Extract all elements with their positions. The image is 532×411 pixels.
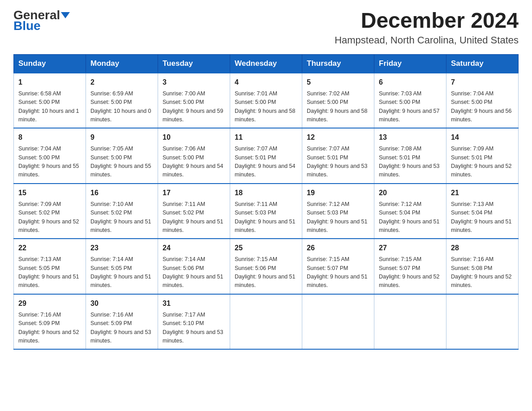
day-number: 4 — [235, 77, 297, 88]
day-number: 15 — [18, 188, 81, 198]
day-info: Sunrise: 7:13 AMSunset: 5:04 PMDaylight:… — [451, 200, 514, 235]
day-number: 6 — [379, 77, 442, 88]
day-number: 17 — [163, 188, 225, 198]
calendar-cell: 11Sunrise: 7:07 AMSunset: 5:01 PMDayligh… — [230, 128, 302, 184]
day-info: Sunrise: 7:03 AMSunset: 5:00 PMDaylight:… — [379, 90, 442, 124]
calendar-cell: 19Sunrise: 7:12 AMSunset: 5:03 PMDayligh… — [302, 184, 374, 239]
location-title: Hampstead, North Carolina, United States — [335, 34, 519, 46]
calendar-cell: 7Sunrise: 7:04 AMSunset: 5:00 PMDaylight… — [446, 73, 519, 128]
day-number: 29 — [18, 298, 81, 309]
week-row-2: 8Sunrise: 7:04 AMSunset: 5:00 PMDaylight… — [14, 128, 519, 184]
title-section: December 2024 Hampstead, North Carolina,… — [335, 9, 519, 46]
day-info: Sunrise: 6:59 AMSunset: 5:00 PMDaylight:… — [90, 90, 153, 124]
calendar-cell: 20Sunrise: 7:12 AMSunset: 5:04 PMDayligh… — [374, 184, 446, 239]
page-header: General Blue December 2024 Hampstead, No… — [13, 9, 519, 46]
calendar-cell: 4Sunrise: 7:01 AMSunset: 5:00 PMDaylight… — [230, 73, 302, 128]
calendar-cell: 29Sunrise: 7:16 AMSunset: 5:09 PMDayligh… — [14, 294, 86, 350]
calendar-cell: 13Sunrise: 7:08 AMSunset: 5:01 PMDayligh… — [374, 128, 446, 184]
week-row-5: 29Sunrise: 7:16 AMSunset: 5:09 PMDayligh… — [14, 294, 519, 350]
calendar-cell: 12Sunrise: 7:07 AMSunset: 5:01 PMDayligh… — [302, 128, 374, 184]
day-info: Sunrise: 7:12 AMSunset: 5:04 PMDaylight:… — [379, 200, 442, 235]
day-info: Sunrise: 7:04 AMSunset: 5:00 PMDaylight:… — [451, 90, 514, 124]
day-number: 22 — [18, 243, 81, 253]
calendar-header-row: SundayMondayTuesdayWednesdayThursdayFrid… — [14, 54, 519, 73]
day-number: 14 — [451, 132, 514, 143]
calendar-cell: 28Sunrise: 7:16 AMSunset: 5:08 PMDayligh… — [446, 239, 519, 294]
day-number: 8 — [18, 132, 81, 143]
day-info: Sunrise: 7:15 AMSunset: 5:07 PMDaylight:… — [307, 255, 369, 290]
day-info: Sunrise: 7:13 AMSunset: 5:05 PMDaylight:… — [18, 255, 81, 290]
day-number: 24 — [163, 243, 225, 253]
day-info: Sunrise: 7:15 AMSunset: 5:07 PMDaylight:… — [379, 255, 442, 290]
calendar-cell: 8Sunrise: 7:04 AMSunset: 5:00 PMDaylight… — [14, 128, 86, 184]
calendar-cell: 5Sunrise: 7:02 AMSunset: 5:00 PMDaylight… — [302, 73, 374, 128]
col-header-thursday: Thursday — [302, 54, 374, 73]
day-number: 7 — [451, 77, 514, 88]
calendar-cell: 27Sunrise: 7:15 AMSunset: 5:07 PMDayligh… — [374, 239, 446, 294]
calendar-cell: 6Sunrise: 7:03 AMSunset: 5:00 PMDaylight… — [374, 73, 446, 128]
week-row-4: 22Sunrise: 7:13 AMSunset: 5:05 PMDayligh… — [14, 239, 519, 294]
day-info: Sunrise: 7:02 AMSunset: 5:00 PMDaylight:… — [307, 90, 369, 124]
calendar-cell — [446, 294, 519, 350]
calendar-cell: 10Sunrise: 7:06 AMSunset: 5:00 PMDayligh… — [158, 128, 230, 184]
day-number: 10 — [163, 132, 225, 143]
day-info: Sunrise: 7:16 AMSunset: 5:08 PMDaylight:… — [451, 255, 514, 290]
calendar-cell: 2Sunrise: 6:59 AMSunset: 5:00 PMDaylight… — [86, 73, 158, 128]
calendar-cell: 16Sunrise: 7:10 AMSunset: 5:02 PMDayligh… — [86, 184, 158, 239]
day-info: Sunrise: 7:09 AMSunset: 5:02 PMDaylight:… — [18, 200, 81, 235]
day-number: 2 — [90, 77, 153, 88]
day-info: Sunrise: 7:14 AMSunset: 5:06 PMDaylight:… — [163, 255, 225, 290]
col-header-wednesday: Wednesday — [230, 54, 302, 73]
day-info: Sunrise: 7:16 AMSunset: 5:09 PMDaylight:… — [90, 311, 153, 346]
day-info: Sunrise: 7:16 AMSunset: 5:09 PMDaylight:… — [18, 311, 81, 346]
day-info: Sunrise: 6:58 AMSunset: 5:00 PMDaylight:… — [18, 90, 81, 124]
col-header-sunday: Sunday — [14, 54, 86, 73]
day-info: Sunrise: 7:11 AMSunset: 5:03 PMDaylight:… — [235, 200, 297, 235]
calendar-cell: 31Sunrise: 7:17 AMSunset: 5:10 PMDayligh… — [158, 294, 230, 350]
day-number: 5 — [307, 77, 369, 88]
day-number: 23 — [90, 243, 153, 253]
day-info: Sunrise: 7:06 AMSunset: 5:00 PMDaylight:… — [163, 145, 225, 180]
day-number: 9 — [90, 132, 153, 143]
logo-blue: Blue — [13, 20, 41, 32]
day-info: Sunrise: 7:09 AMSunset: 5:01 PMDaylight:… — [451, 145, 514, 180]
day-info: Sunrise: 7:07 AMSunset: 5:01 PMDaylight:… — [307, 145, 369, 180]
calendar-cell: 3Sunrise: 7:00 AMSunset: 5:00 PMDaylight… — [158, 73, 230, 128]
calendar-cell: 14Sunrise: 7:09 AMSunset: 5:01 PMDayligh… — [446, 128, 519, 184]
day-info: Sunrise: 7:04 AMSunset: 5:00 PMDaylight:… — [18, 145, 81, 180]
day-number: 21 — [451, 188, 514, 198]
logo-triangle-icon — [61, 12, 70, 18]
day-number: 31 — [163, 298, 225, 309]
calendar-cell: 25Sunrise: 7:15 AMSunset: 5:06 PMDayligh… — [230, 239, 302, 294]
calendar-cell: 24Sunrise: 7:14 AMSunset: 5:06 PMDayligh… — [158, 239, 230, 294]
calendar-cell: 22Sunrise: 7:13 AMSunset: 5:05 PMDayligh… — [14, 239, 86, 294]
calendar-cell: 18Sunrise: 7:11 AMSunset: 5:03 PMDayligh… — [230, 184, 302, 239]
day-info: Sunrise: 7:11 AMSunset: 5:02 PMDaylight:… — [163, 200, 225, 235]
day-info: Sunrise: 7:08 AMSunset: 5:01 PMDaylight:… — [379, 145, 442, 180]
day-number: 27 — [379, 243, 442, 253]
day-number: 3 — [163, 77, 225, 88]
day-number: 13 — [379, 132, 442, 143]
calendar-cell: 23Sunrise: 7:14 AMSunset: 5:05 PMDayligh… — [86, 239, 158, 294]
day-number: 20 — [379, 188, 442, 198]
week-row-1: 1Sunrise: 6:58 AMSunset: 5:00 PMDaylight… — [14, 73, 519, 128]
day-info: Sunrise: 7:00 AMSunset: 5:00 PMDaylight:… — [163, 90, 225, 124]
calendar-cell: 30Sunrise: 7:16 AMSunset: 5:09 PMDayligh… — [86, 294, 158, 350]
day-number: 30 — [90, 298, 153, 309]
col-header-saturday: Saturday — [446, 54, 519, 73]
day-number: 1 — [18, 77, 81, 88]
day-number: 19 — [307, 188, 369, 198]
col-header-tuesday: Tuesday — [158, 54, 230, 73]
week-row-3: 15Sunrise: 7:09 AMSunset: 5:02 PMDayligh… — [14, 184, 519, 239]
calendar-cell — [374, 294, 446, 350]
day-info: Sunrise: 7:01 AMSunset: 5:00 PMDaylight:… — [235, 90, 297, 124]
day-info: Sunrise: 7:15 AMSunset: 5:06 PMDaylight:… — [235, 255, 297, 290]
day-info: Sunrise: 7:10 AMSunset: 5:02 PMDaylight:… — [90, 200, 153, 235]
month-title: December 2024 — [335, 9, 519, 33]
day-number: 18 — [235, 188, 297, 198]
day-number: 28 — [451, 243, 514, 253]
day-number: 11 — [235, 132, 297, 143]
day-info: Sunrise: 7:07 AMSunset: 5:01 PMDaylight:… — [235, 145, 297, 180]
day-info: Sunrise: 7:14 AMSunset: 5:05 PMDaylight:… — [90, 255, 153, 290]
calendar-cell — [230, 294, 302, 350]
